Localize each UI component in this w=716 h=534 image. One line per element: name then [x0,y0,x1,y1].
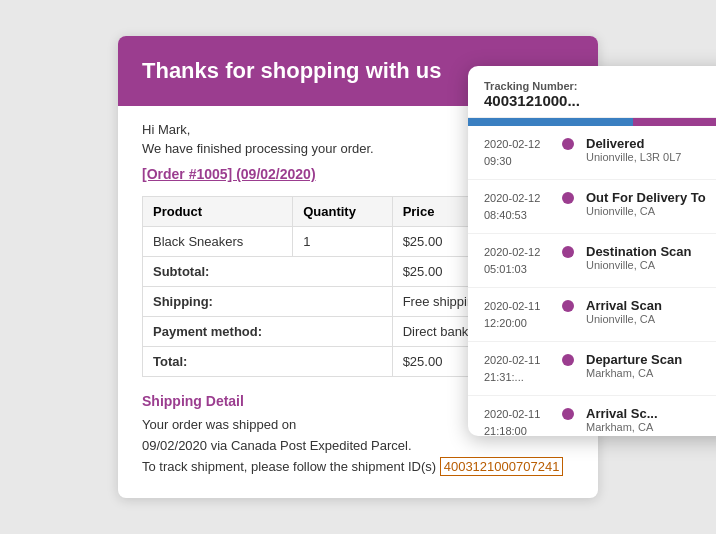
product-qty: 1 [293,227,392,257]
shipping-line3: To track shipment, please follow the shi… [142,459,436,474]
email-card: Thanks for shopping with us Hi Mark, We … [118,36,598,497]
timeline-location: Markham, CA [586,367,716,379]
timeline-dot [562,246,574,258]
timeline-dot [562,408,574,420]
timeline-item: 2020-02-1121:18:00 Arrival Sc... Markham… [468,396,716,436]
timeline-content: Arrival Scan Unionville, CA [586,298,716,325]
shipping-line2: 09/02/2020 via Canada Post Expedited Par… [142,438,412,453]
timeline-date: 2020-02-1209:30 [484,136,556,169]
timeline-content: Out For Delivery To Unionville, CA [586,190,716,217]
timeline-item: 2020-02-1121:31:... Departure Scan Markh… [468,342,716,396]
timeline-date: 2020-02-1112:20:00 [484,298,556,331]
bar-purple [633,118,716,126]
timeline-item: 2020-02-1112:20:00 Arrival Scan Unionvil… [468,288,716,342]
timeline-status: Delivered [586,136,716,151]
popup-timeline: 2020-02-1209:30 Delivered Unionville, L3… [468,126,716,436]
timeline-content: Departure Scan Markham, CA [586,352,716,379]
col-quantity: Quantity [293,197,392,227]
shipping-line1: Your order was shipped on [142,417,296,432]
col-product: Product [143,197,293,227]
timeline-content: Destination Scan Unionville, CA [586,244,716,271]
tracking-id-link[interactable]: 4003121000707241 [440,457,564,476]
timeline-dot [562,300,574,312]
timeline-dot [562,138,574,150]
timeline-status: Out For Delivery To [586,190,716,205]
timeline-content: Arrival Sc... Markham, CA [586,406,716,433]
popup-tracking-section: Tracking Number: 4003121000... [484,80,580,109]
timeline-dot [562,192,574,204]
tracking-popup: Tracking Number: 4003121000... Order: 10… [468,66,716,436]
timeline-status: Departure Scan [586,352,716,367]
product-name: Black Sneakers [143,227,293,257]
timeline-item: 2020-02-1209:30 Delivered Unionville, L3… [468,126,716,180]
timeline-date: 2020-02-1205:01:03 [484,244,556,277]
timeline-item: 2020-02-1208:40:53 Out For Delivery To U… [468,180,716,234]
timeline-status: Destination Scan [586,244,716,259]
timeline-date: 2020-02-1121:18:00 [484,406,556,436]
timeline-location: Unionville, CA [586,313,716,325]
payment-label: Payment method: [143,317,393,347]
timeline-location: Markham, CA [586,421,716,433]
timeline-location: Unionville, L3R 0L7 [586,151,716,163]
popup-tracking-num: 4003121000... [484,92,580,109]
timeline-status: Arrival Sc... [586,406,716,421]
popup-header: Tracking Number: 4003121000... Order: 10… [468,66,716,118]
timeline-content: Delivered Unionville, L3R 0L7 [586,136,716,163]
timeline-location: Unionville, CA [586,205,716,217]
total-label: Total: [143,347,393,377]
timeline-status: Arrival Scan [586,298,716,313]
status-bars [468,118,716,126]
timeline-item: 2020-02-1205:01:03 Destination Scan Unio… [468,234,716,288]
timeline-date: 2020-02-1121:31:... [484,352,556,385]
timeline-date: 2020-02-1208:40:53 [484,190,556,223]
timeline-dot [562,354,574,366]
popup-tracking-label: Tracking Number: [484,80,580,92]
bar-blue [468,118,633,126]
shipping-label: Shipping: [143,287,393,317]
subtotal-label: Subtotal: [143,257,393,287]
timeline-location: Unionville, CA [586,259,716,271]
